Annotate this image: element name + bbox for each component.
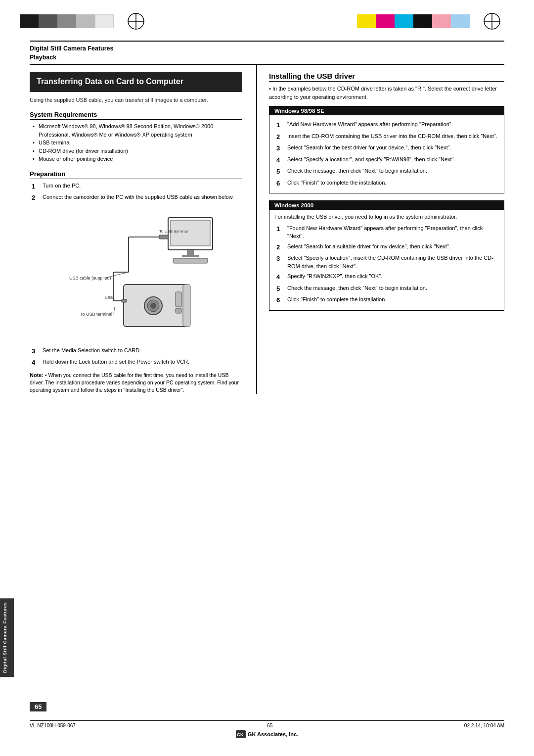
note-box: Note: • When you connect the USB cable f…	[30, 372, 242, 394]
svg-text:USB: USB	[105, 295, 113, 300]
windows-2000-title: Windows 2000	[269, 201, 504, 210]
svg-text:USB cable (supplied): USB cable (supplied)	[69, 276, 111, 281]
doc-title-line1: Digital Still Camera Features	[30, 45, 504, 53]
registration-mark-right	[480, 9, 504, 34]
doc-title: Digital Still Camera Features Playback	[30, 45, 504, 62]
footer-center: 65	[267, 723, 272, 728]
swatch-pink	[432, 14, 451, 28]
svg-text:To USB terminal: To USB terminal	[159, 229, 188, 234]
list-item: 3 Select "Specify a location", insert th…	[276, 254, 499, 270]
windows-98-title: Windows 98/98 SE	[269, 106, 504, 115]
preparation-steps: 1 Turn on the PC. 2 Connect the camcorde…	[32, 182, 242, 203]
registration-mark-left	[124, 9, 148, 34]
main-content: Transferring Data on Card to Computer Us…	[0, 65, 534, 394]
header-left: Digital Still Camera Features Playback	[30, 41, 504, 62]
footer-content: VL-NZ100H-059-067 65 02.2.14, 10:04 AM	[30, 723, 504, 728]
system-requirements-list: Microsoft Windows® 98, Windows® 98 Secon…	[33, 122, 242, 163]
steps-bottom: 3 Set the Media Selection switch to CARD…	[30, 346, 242, 368]
svg-line-30	[114, 307, 115, 314]
sidebar-label: Digital Still Camera Features	[0, 598, 14, 677]
intro-text: Using the supplied USB cable, you can tr…	[30, 96, 242, 104]
camcorder-illustration: USB	[105, 272, 190, 327]
right-column: Installing the USB driver • In the examp…	[256, 65, 504, 394]
list-item: 6 Click "Finish" to complete the install…	[276, 179, 499, 189]
footer-right: 02.2.14, 10:04 AM	[464, 723, 504, 728]
svg-line-16	[106, 272, 129, 278]
svg-rect-11	[159, 235, 168, 239]
diagram-svg: To USB terminal USB cable (supplied)	[30, 208, 242, 341]
svg-rect-10	[173, 258, 208, 263]
swatch-black	[20, 14, 39, 28]
page: Digital Still Camera Features Playback T…	[0, 0, 534, 756]
windows-98-box: Windows 98/98 SE 1 "Add New Hardware Wiz…	[269, 106, 504, 193]
doc-title-line2: Playback	[30, 53, 504, 62]
header-area: Digital Still Camera Features Playback	[0, 34, 534, 64]
swatch-cyan	[395, 14, 413, 28]
left-column: Transferring Data on Card to Computer Us…	[30, 65, 242, 394]
list-item: 2 Connect the camcorder to the PC with t…	[32, 193, 242, 203]
svg-rect-9	[182, 255, 199, 257]
svg-rect-28	[183, 284, 190, 327]
list-item: 1 "Found New Hardware Wizard" appears af…	[276, 224, 499, 240]
windows-2000-content: For installing the USB driver, you need …	[269, 210, 504, 310]
page-number: 65	[30, 702, 46, 711]
swatch-magenta	[376, 14, 395, 28]
list-item: 5 Check the message, then click "Next" t…	[276, 167, 499, 177]
system-requirements-title: System Requirements	[30, 111, 242, 120]
list-item: Mouse or other pointing device	[33, 155, 242, 163]
swatch-mid-gray	[57, 14, 76, 28]
swatch-white	[95, 14, 114, 28]
svg-rect-27	[176, 308, 181, 313]
list-item: 3 Select "Search for the best driver for…	[276, 143, 499, 153]
list-item: Microsoft Windows® 98, Windows® 98 Secon…	[33, 122, 242, 139]
footer: VL-NZ100H-059-067 65 02.2.14, 10:04 AM G…	[0, 720, 534, 738]
list-item: 2 Insert the CD-ROM containing the USB d…	[276, 132, 499, 142]
list-item: 2 Select "Search for a suitable driver f…	[276, 242, 499, 252]
color-bar-left	[20, 14, 114, 28]
swatch-black2	[413, 14, 432, 28]
preparation-steps-cont: 3 Set the Media Selection switch to CARD…	[32, 346, 242, 368]
company-name: GK Associates, Inc.	[248, 731, 298, 737]
svg-rect-8	[187, 250, 194, 255]
svg-rect-21	[122, 299, 127, 302]
color-bar-section	[0, 0, 534, 34]
windows-98-content: 1 "Add New Hardware Wizard" appears afte…	[269, 115, 504, 193]
preparation-title: Preparation	[30, 170, 242, 179]
list-item: 4 Specify "R:\WIN2KXP", then click "OK".	[276, 272, 499, 282]
swatch-light-gray	[76, 14, 95, 28]
note-text: • When you connect the USB cable for the…	[30, 372, 239, 393]
list-item: 5 Check the message, then click "Next" t…	[276, 284, 499, 294]
svg-rect-26	[176, 292, 181, 307]
windows-2000-intro: For installing the USB driver, you need …	[274, 213, 499, 221]
svg-point-20	[150, 303, 156, 309]
windows-98-steps: 1 "Add New Hardware Wizard" appears afte…	[276, 120, 499, 188]
list-item: 3 Set the Media Selection switch to CARD…	[32, 346, 242, 356]
company-logo-icon: GK	[236, 730, 246, 738]
installing-usb-intro: • In the examples below the CD-ROM drive…	[269, 85, 504, 101]
windows-2000-steps: 1 "Found New Hardware Wizard" appears af…	[276, 224, 499, 305]
computer-illustration: To USB terminal	[159, 218, 213, 263]
section-title: Transferring Data on Card to Computer	[30, 72, 242, 92]
svg-text:To USB terminal: To USB terminal	[80, 312, 112, 317]
list-item: 1 Turn on the PC.	[32, 182, 242, 191]
list-item: 4 Hold down the Lock button and set the …	[32, 358, 242, 368]
list-item: 4 Select "Specify a location:", and spec…	[276, 155, 499, 165]
svg-text:GK: GK	[237, 732, 244, 737]
swatch-light-blue	[451, 14, 470, 28]
footer-logo: GK GK Associates, Inc.	[30, 730, 504, 738]
swatch-yellow	[357, 14, 376, 28]
note-title: Note:	[30, 372, 44, 378]
list-item: 1 "Add New Hardware Wizard" appears afte…	[276, 120, 499, 130]
list-item: 6 Click "Finish" to complete the install…	[276, 295, 499, 305]
installing-usb-title: Installing the USB driver	[269, 72, 504, 82]
swatch-dark-gray	[39, 14, 57, 28]
color-bar-right	[357, 14, 470, 28]
diagram-area: To USB terminal USB cable (supplied)	[30, 208, 242, 341]
footer-rule	[30, 720, 504, 721]
windows-2000-box: Windows 2000 For installing the USB driv…	[269, 200, 504, 311]
list-item: USB terminal	[33, 139, 242, 147]
footer-left: VL-NZ100H-059-067	[30, 723, 76, 728]
list-item: CD-ROM drive (for driver installation)	[33, 147, 242, 155]
